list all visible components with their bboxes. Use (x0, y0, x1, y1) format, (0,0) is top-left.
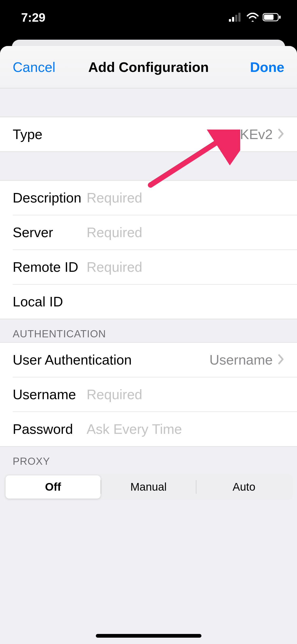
proxy-section: Off Manual Auto (0, 470, 297, 504)
battery-icon (263, 10, 281, 25)
description-input[interactable] (87, 190, 284, 206)
chevron-right-icon (278, 354, 284, 366)
cancel-button[interactable]: Cancel (13, 59, 60, 75)
remote-id-input[interactable] (87, 259, 284, 275)
chevron-right-icon (278, 128, 284, 140)
svg-rect-3 (238, 13, 241, 22)
local-id-row[interactable]: Local ID (0, 284, 297, 319)
type-section: Type IKEv2 (0, 117, 297, 152)
page-title: Add Configuration (60, 59, 237, 75)
type-row[interactable]: Type IKEv2 (0, 117, 297, 151)
username-row[interactable]: Username (0, 377, 297, 412)
user-authentication-row[interactable]: User Authentication Username (0, 343, 297, 377)
proxy-option-off[interactable]: Off (6, 475, 101, 499)
user-authentication-label: User Authentication (13, 352, 134, 368)
proxy-segmented-control[interactable]: Off Manual Auto (4, 474, 293, 500)
nav-bar: Cancel Add Configuration Done (0, 46, 297, 88)
description-row[interactable]: Description (0, 181, 297, 215)
password-label: Password (13, 421, 87, 437)
server-input[interactable] (87, 224, 284, 240)
server-row[interactable]: Server (0, 215, 297, 250)
type-label: Type (13, 126, 87, 142)
user-authentication-value: Username (209, 352, 273, 368)
authentication-header: AUTHENTICATION (13, 328, 106, 340)
proxy-header: PROXY (13, 456, 50, 467)
wifi-icon (246, 10, 259, 25)
type-value: IKEv2 (236, 126, 273, 142)
status-time: 7:29 (21, 10, 45, 25)
password-input[interactable] (87, 421, 284, 437)
authentication-section: User Authentication Username Username Pa… (0, 342, 297, 447)
svg-rect-0 (229, 19, 231, 22)
proxy-option-auto[interactable]: Auto (196, 475, 291, 499)
done-button[interactable]: Done (237, 59, 284, 75)
status-bar: 7:29 (0, 0, 297, 35)
modal-sheet: Cancel Add Configuration Done Type IKEv2… (0, 46, 297, 644)
svg-rect-2 (235, 15, 237, 22)
cellular-icon (229, 10, 243, 25)
password-row[interactable]: Password (0, 412, 297, 446)
connection-section: Description Server Remote ID Local ID (0, 180, 297, 319)
local-id-input[interactable] (87, 294, 284, 310)
remote-id-row[interactable]: Remote ID (0, 250, 297, 284)
svg-rect-1 (232, 17, 234, 22)
username-label: Username (13, 387, 87, 402)
svg-rect-6 (279, 16, 281, 19)
local-id-label: Local ID (13, 294, 87, 310)
home-indicator[interactable] (96, 634, 201, 638)
proxy-option-manual[interactable]: Manual (101, 475, 196, 499)
status-indicators (229, 10, 281, 25)
svg-rect-5 (264, 15, 274, 20)
remote-id-label: Remote ID (13, 259, 87, 275)
description-label: Description (13, 190, 87, 206)
username-input[interactable] (87, 387, 284, 402)
server-label: Server (13, 224, 87, 240)
